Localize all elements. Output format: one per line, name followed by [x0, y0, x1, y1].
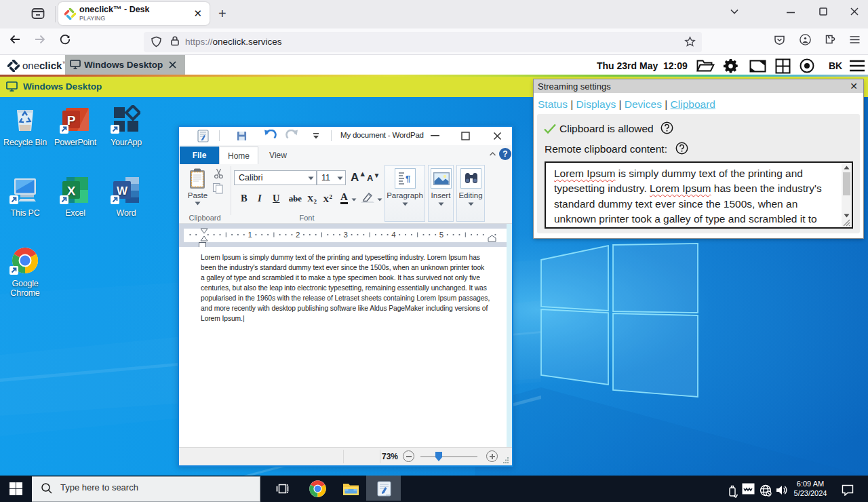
svg-text:2: 2 [296, 231, 300, 239]
svg-text:1: 1 [248, 231, 252, 239]
svg-text:4: 4 [391, 231, 396, 239]
svg-text:5: 5 [439, 231, 443, 239]
svg-text:¶: ¶ [406, 174, 410, 184]
svg-text:3: 3 [344, 231, 348, 239]
